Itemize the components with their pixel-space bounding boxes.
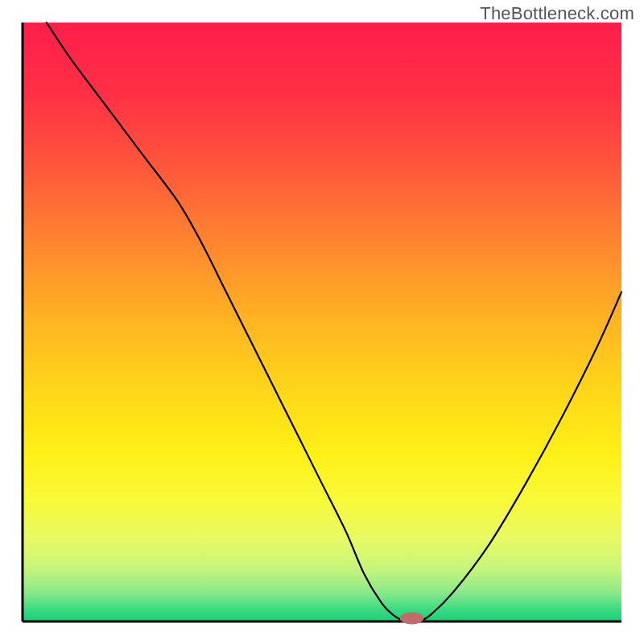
- chart-svg: [0, 0, 644, 644]
- watermark-text: TheBottleneck.com: [480, 3, 634, 24]
- plot-background: [23, 23, 621, 621]
- min-marker: [400, 613, 424, 625]
- bottleneck-chart: TheBottleneck.com: [0, 0, 644, 644]
